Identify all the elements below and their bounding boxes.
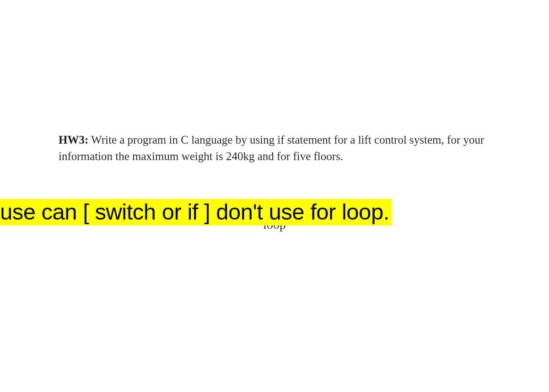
homework-question: HW3: Write a program in C language by us… [59,132,498,165]
highlight-annotation: loop use can [ switch or if ] don't use … [0,199,549,226]
question-label: HW3: [59,134,88,146]
highlighted-instruction: use can [ switch or if ] don't use for l… [0,199,391,226]
question-text: Write a program in C language by using i… [59,134,484,162]
